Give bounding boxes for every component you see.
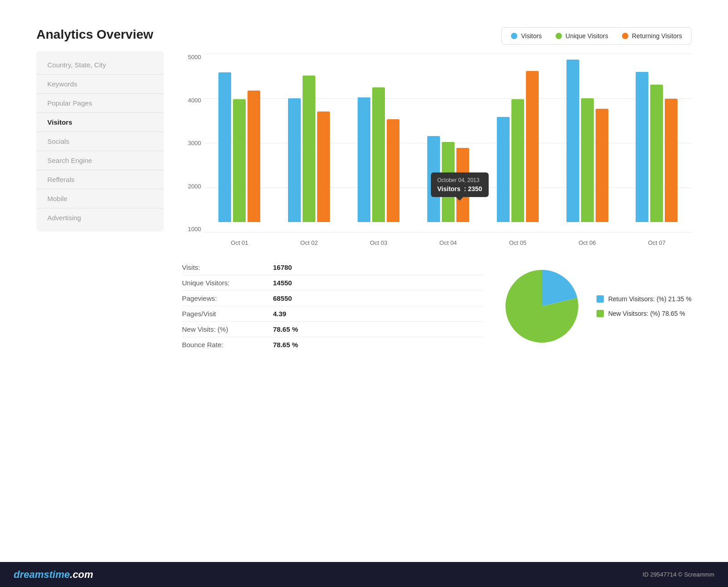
chart-tooltip: October 04, 2013Visitors : 2350 — [431, 172, 489, 197]
sidebar-item-country--state--city[interactable]: Country, State, City — [36, 56, 164, 75]
pie-section: Return Visitsors: (%) 21.35 %New Visitso… — [501, 260, 692, 352]
y-label: 5000 — [188, 54, 201, 61]
bar-visitors — [358, 97, 370, 222]
pie-legend-item: Return Visitsors: (%) 21.35 % — [597, 295, 692, 303]
sidebar-item-socials[interactable]: Socials — [36, 132, 164, 151]
stat-value: 14550 — [273, 279, 292, 287]
stat-label: New Visits: (%) — [182, 325, 273, 333]
bar-group — [497, 71, 539, 222]
bar-group — [358, 87, 399, 222]
watermark-bar: dreamstime.com ID 29547714 © Screammm — [0, 562, 728, 587]
pie-legend: Return Visitsors: (%) 21.35 %New Visitso… — [597, 295, 692, 317]
x-label: Oct 03 — [360, 239, 397, 246]
y-label: 1000 — [188, 226, 201, 233]
bottom-section: Visits:16780Unique Visitors:14550Pagevie… — [182, 260, 692, 352]
chart-area: Visitors Unique Visitors Returning Visit… — [182, 27, 692, 352]
bar-returning — [317, 111, 330, 222]
bar-visitors — [566, 60, 579, 222]
sidebar: Analytics Overview Country, State, CityK… — [36, 27, 164, 352]
bar-unique — [233, 99, 246, 222]
stat-value: 4.39 — [273, 310, 286, 318]
pie-legend-color — [597, 310, 604, 317]
chart-body: October 04, 2013Visitors : 2350 Oct 01Oc… — [205, 54, 692, 246]
stat-row: New Visits: (%)78.65 % — [182, 322, 483, 337]
pie-legend-text: New Visitsors: (%) 78.65 % — [608, 310, 685, 317]
pie-legend-text: Return Visitsors: (%) 21.35 % — [608, 295, 692, 303]
bar-unique — [511, 99, 524, 222]
sidebar-item-advertising[interactable]: Advertising — [36, 208, 164, 227]
bar-group — [288, 76, 330, 222]
sidebar-item-search-engine[interactable]: Search Engine — [36, 151, 164, 170]
x-label: Oct 02 — [291, 239, 327, 246]
sidebar-item-keywords[interactable]: Keywords — [36, 75, 164, 94]
y-label: 3000 — [188, 140, 201, 147]
legend-visitors: Visitors — [511, 32, 542, 40]
bar-returning — [596, 109, 608, 222]
legend-returning-label: Returning Visitors — [632, 32, 682, 40]
bar-returning — [248, 91, 260, 222]
legend-unique-label: Unique Visitors — [566, 32, 608, 40]
bar-visitors — [636, 72, 648, 222]
legend-unique: Unique Visitors — [556, 32, 608, 40]
y-label: 4000 — [188, 97, 201, 104]
stat-label: Visits: — [182, 263, 273, 271]
x-labels: Oct 01Oct 02Oct 03Oct 04Oct 05Oct 06Oct … — [205, 239, 692, 246]
y-axis: 50004000300020001000 — [182, 54, 205, 246]
pie-legend-item: New Visitsors: (%) 78.65 % — [597, 310, 692, 317]
x-label: Oct 07 — [638, 239, 675, 246]
bar-group: October 04, 2013Visitors : 2350 — [427, 136, 469, 222]
bar-visitors — [497, 117, 510, 222]
stat-row: Bounce Rate:78.65 % — [182, 337, 483, 352]
sidebar-item-visitors[interactable]: Visitors — [36, 113, 164, 132]
stat-label: Pageviews: — [182, 294, 273, 302]
x-label: Oct 06 — [569, 239, 606, 246]
bar-group — [566, 60, 608, 222]
pie-chart — [501, 265, 583, 347]
stat-value: 78.65 % — [273, 341, 298, 349]
sidebar-item-mobile[interactable]: Mobile — [36, 189, 164, 208]
bar-visitors — [288, 98, 301, 222]
bars-container: October 04, 2013Visitors : 2350 — [205, 54, 692, 236]
bar-unique — [372, 87, 385, 222]
watermark-id: ID 29547714 © Screammm — [642, 571, 714, 578]
stat-label: Bounce Rate: — [182, 341, 273, 349]
bar-visitors — [218, 72, 231, 222]
visitors-dot — [511, 33, 517, 39]
stat-value: 16780 — [273, 263, 292, 271]
bar-unique — [581, 98, 594, 222]
returning-dot — [622, 33, 628, 39]
bar-unique — [303, 76, 315, 222]
sidebar-item-refferals[interactable]: Refferals — [36, 170, 164, 189]
x-label: Oct 04 — [430, 239, 466, 246]
pie-legend-color — [597, 295, 604, 303]
bar-group — [636, 72, 677, 222]
stat-row: Pages/Visit4.39 — [182, 306, 483, 322]
x-label: Oct 05 — [500, 239, 536, 246]
stat-row: Pageviews:68550 — [182, 291, 483, 306]
x-label: Oct 01 — [221, 239, 258, 246]
stat-label: Pages/Visit — [182, 310, 273, 318]
stat-value: 78.65 % — [273, 325, 298, 333]
stat-label: Unique Visitors: — [182, 279, 273, 287]
sidebar-menu: Country, State, CityKeywordsPopular Page… — [36, 51, 164, 232]
stats-table: Visits:16780Unique Visitors:14550Pagevie… — [182, 260, 483, 352]
bar-group — [218, 72, 260, 222]
legend-returning: Returning Visitors — [622, 32, 682, 40]
stat-row: Visits:16780 — [182, 260, 483, 275]
chart-legend: Visitors Unique Visitors Returning Visit… — [501, 27, 692, 45]
sidebar-item-popular-pages[interactable]: Popular Pages — [36, 94, 164, 113]
bar-returning — [387, 119, 399, 222]
bar-returning — [665, 99, 677, 222]
stat-value: 68550 — [273, 294, 292, 302]
bar-unique — [650, 85, 663, 222]
page-title: Analytics Overview — [36, 27, 164, 42]
y-label: 2000 — [188, 183, 201, 190]
bar-returning — [526, 71, 539, 222]
legend-visitors-label: Visitors — [521, 32, 542, 40]
stat-row: Unique Visitors:14550 — [182, 275, 483, 291]
watermark-logo: dreamstime.com — [14, 569, 93, 581]
unique-dot — [556, 33, 562, 39]
bar-chart-wrapper: 50004000300020001000 October 04, 2013Vis… — [182, 54, 692, 246]
